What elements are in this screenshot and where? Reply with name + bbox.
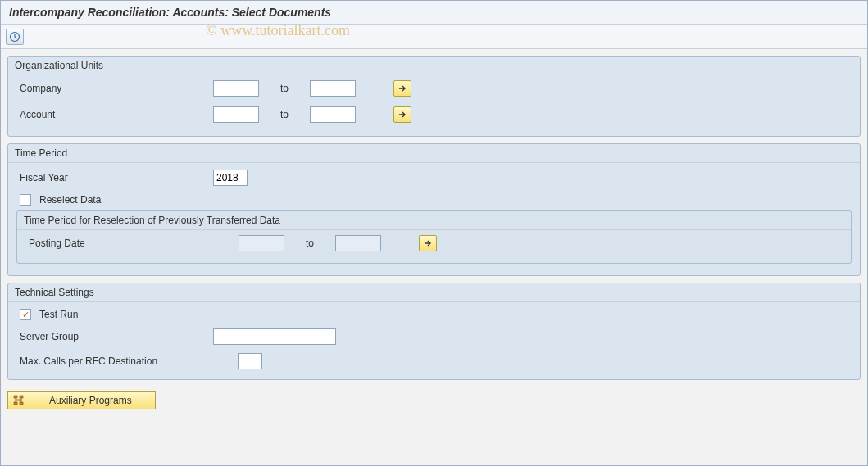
svg-rect-1 xyxy=(14,396,17,398)
page-title: Intercompany Reconciliation: Accounts: S… xyxy=(1,1,867,25)
test-run-checkbox[interactable] xyxy=(20,309,31,320)
posting-date-from-input[interactable] xyxy=(239,235,284,251)
label-server-group: Server Group xyxy=(20,331,208,342)
groupbox-title-org: Organizational Units xyxy=(8,57,860,75)
company-to-input[interactable] xyxy=(310,80,356,97)
row-test-run: Test Run xyxy=(8,302,860,322)
label-account: Account xyxy=(20,109,208,120)
nested-group-reselection: Time Period for Reselection of Previousl… xyxy=(16,210,852,264)
row-company: Company to xyxy=(8,75,860,102)
toolbar xyxy=(1,25,867,49)
row-max-calls: Max. Calls per RFC Destination xyxy=(8,346,860,371)
label-max-calls: Max. Calls per RFC Destination xyxy=(20,355,233,367)
row-posting-date: Posting Date to xyxy=(17,230,851,256)
max-calls-input[interactable] xyxy=(238,353,262,369)
label-posting-to: to xyxy=(289,238,330,249)
row-account: Account to xyxy=(8,102,860,128)
label-test-run: Test Run xyxy=(39,309,78,320)
svg-rect-2 xyxy=(20,396,23,398)
nested-title: Time Period for Reselection of Previousl… xyxy=(17,211,851,230)
account-from-input[interactable] xyxy=(213,106,259,123)
aux-button-label: Auxiliary Programs xyxy=(49,395,132,406)
label-company: Company xyxy=(20,83,208,94)
svg-rect-3 xyxy=(14,402,17,405)
server-group-input[interactable] xyxy=(213,328,336,345)
groupbox-tech-settings: Technical Settings Test Run Server Group… xyxy=(7,283,861,380)
fiscal-year-input[interactable] xyxy=(213,170,248,186)
reselect-checkbox[interactable] xyxy=(20,194,31,206)
label-fiscal-year: Fiscal Year xyxy=(20,172,208,183)
arrow-right-icon xyxy=(398,84,407,93)
groupbox-org-units: Organizational Units Company to Account … xyxy=(7,56,861,137)
row-server-group: Server Group xyxy=(8,322,860,346)
label-account-to: to xyxy=(264,109,305,120)
label-reselect: Reselect Data xyxy=(39,194,101,206)
execute-button[interactable] xyxy=(6,29,24,45)
arrow-right-icon xyxy=(398,111,407,119)
row-fiscal-year: Fiscal Year xyxy=(8,163,860,188)
groupbox-title-time: Time Period xyxy=(8,144,860,163)
multiselect-posting-button[interactable] xyxy=(419,235,437,251)
multiselect-account-button[interactable] xyxy=(393,106,411,123)
execute-icon xyxy=(9,31,20,43)
posting-date-to-input[interactable] xyxy=(335,235,381,251)
account-to-input[interactable] xyxy=(310,106,356,123)
row-reselect: Reselect Data xyxy=(8,188,860,207)
content-area: Organizational Units Company to Account … xyxy=(1,49,867,466)
groupbox-time-period: Time Period Fiscal Year Reselect Data Ti… xyxy=(7,143,861,276)
svg-rect-4 xyxy=(20,402,23,405)
label-company-to: to xyxy=(264,83,305,94)
label-posting-date: Posting Date xyxy=(29,238,234,249)
arrow-right-icon xyxy=(424,239,432,247)
tree-icon xyxy=(11,393,26,408)
auxiliary-programs-button[interactable]: Auxiliary Programs xyxy=(7,391,156,409)
multiselect-company-button[interactable] xyxy=(393,80,411,97)
groupbox-title-tech: Technical Settings xyxy=(8,283,860,302)
company-from-input[interactable] xyxy=(213,80,259,97)
